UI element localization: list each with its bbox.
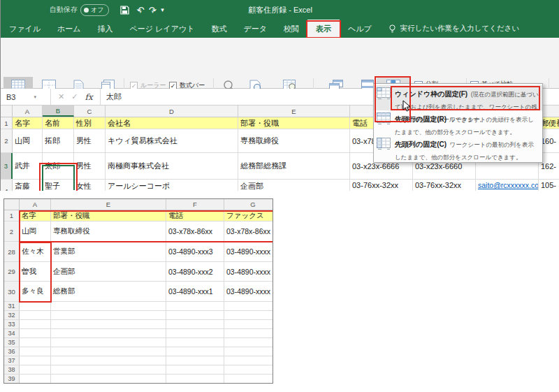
col-header-A[interactable]: A (13, 106, 43, 117)
row-header-3[interactable]: 3 (1, 153, 13, 179)
cell[interactable]: 企画部 (238, 180, 350, 191)
cancel-icon[interactable]: ✕ (58, 92, 64, 101)
cell[interactable]: 03-4890-xxxx (224, 242, 273, 261)
cell[interactable]: アールシーコーポ (106, 180, 238, 191)
tab-home[interactable]: ホーム (49, 20, 89, 38)
col-header-B[interactable]: B (43, 106, 74, 117)
row-header[interactable]: 29 (4, 262, 20, 281)
row-header[interactable]: 37 (4, 356, 20, 365)
tab-data[interactable]: データ (235, 20, 275, 38)
name-box-dropdown-icon[interactable]: ▾ (34, 94, 36, 100)
cell[interactable] (224, 311, 273, 319)
col-header-E[interactable]: E (51, 199, 166, 210)
row-header[interactable]: 30 (4, 282, 20, 301)
cell[interactable] (224, 338, 273, 347)
cell[interactable] (224, 365, 273, 374)
tab-formulas[interactable]: 数式 (203, 20, 235, 38)
tab-review[interactable]: 校閲 (275, 20, 307, 38)
row-header[interactable]: 32 (4, 311, 20, 319)
undo-dropdown-icon[interactable]: ▾ (139, 9, 142, 14)
cell[interactable] (166, 356, 224, 365)
undo-icon[interactable]: ↶▾ (136, 6, 141, 15)
row-header-1[interactable]: 1 (1, 117, 13, 129)
cell[interactable] (224, 302, 273, 310)
cell[interactable]: 山岡 (13, 129, 43, 152)
cell[interactable] (224, 329, 273, 337)
cell[interactable]: 南極商事株式会社 (106, 153, 238, 179)
cell[interactable] (51, 329, 166, 337)
cell[interactable] (20, 356, 51, 365)
cell[interactable]: 105- (539, 180, 559, 191)
cell[interactable]: キウィ貿易株式会社 (106, 129, 238, 152)
tab-help[interactable]: ヘルプ (340, 20, 380, 38)
menu-item-freeze-first-column[interactable]: 先頭列の固定(C) ワークシートの最初の列を表示したままで、他の部分をスクロール… (374, 136, 542, 161)
cell[interactable] (166, 311, 224, 319)
cell[interactable] (51, 365, 166, 374)
cell[interactable]: 拓郎 (43, 129, 74, 152)
cell[interactable]: 専務取締役 (238, 129, 350, 152)
menu-item-freeze-top-row[interactable]: 先頭行の固定(R) ワークシートの先頭行を表示したままで、他の部分をスクロールで… (374, 110, 542, 136)
insert-function-icon[interactable]: fx (85, 92, 92, 102)
row-header[interactable]: 38 (4, 365, 20, 374)
redo-dropdown-icon[interactable]: ▾ (152, 9, 154, 14)
cell[interactable]: 03-76xx-32xx (413, 180, 476, 191)
cell[interactable] (224, 347, 273, 356)
cell[interactable] (166, 375, 224, 383)
col-header-F[interactable]: F (166, 199, 224, 210)
cell[interactable]: 武井 (13, 153, 43, 179)
cell[interactable]: 斎藤 (13, 180, 43, 191)
cell[interactable]: 部署・役職 (238, 117, 350, 129)
cell[interactable] (51, 347, 166, 356)
cell[interactable] (51, 311, 166, 319)
cell[interactable]: 営業部 (51, 242, 166, 261)
select-all-corner[interactable] (4, 199, 20, 210)
cell[interactable] (51, 302, 166, 310)
customize-qat-icon[interactable]: ▾ (161, 7, 164, 13)
cell[interactable] (166, 365, 224, 374)
col-header-A[interactable]: A (20, 199, 51, 210)
tell-me-box[interactable]: 実行したい作業を入力してください (380, 20, 519, 38)
autosave-pill[interactable]: オフ (80, 4, 109, 16)
cell[interactable]: 名字 (13, 117, 43, 129)
cell[interactable] (166, 329, 224, 337)
row-header[interactable]: 39 (4, 375, 20, 383)
row-header[interactable]: 31 (4, 302, 20, 310)
cell[interactable] (224, 320, 273, 328)
cell[interactable]: 名前 (43, 117, 74, 129)
cell[interactable]: 03-4890-xxx1 (166, 282, 224, 301)
cell-email-link[interactable]: saito@rcxxxxxx.com (476, 180, 539, 191)
cell[interactable] (20, 320, 51, 328)
cell[interactable]: 総務部総務課 (238, 153, 350, 179)
row-header[interactable]: 36 (4, 347, 20, 356)
row-header-4[interactable]: 4 (1, 180, 13, 191)
cell[interactable] (166, 347, 224, 356)
col-header-C[interactable]: C (74, 106, 106, 117)
autosave-toggle[interactable]: 自動保存 オフ (50, 4, 109, 16)
select-all-corner[interactable] (1, 106, 13, 117)
cell[interactable] (224, 375, 273, 383)
cell[interactable] (20, 365, 51, 374)
cell[interactable] (224, 356, 273, 365)
cell[interactable]: 03-4890-xxxx (224, 282, 273, 301)
row-header[interactable]: 1 (4, 210, 20, 221)
tab-insert[interactable]: 挿入 (89, 20, 122, 38)
cell[interactable] (166, 320, 224, 328)
cell[interactable] (51, 356, 166, 365)
cell[interactable]: 男性 (74, 129, 106, 152)
cell[interactable] (20, 375, 51, 383)
row-header[interactable]: 2 (4, 222, 20, 241)
cell[interactable] (20, 338, 51, 347)
cell[interactable]: 総務部 (51, 282, 166, 301)
cell[interactable] (20, 311, 51, 319)
cell[interactable]: 03-4890-xxx2 (166, 262, 224, 281)
row-header[interactable]: 34 (4, 329, 20, 337)
menu-item-freeze-panes[interactable]: ウィンドウ枠の固定(F) (現在の選択範囲に基づいて) 行および列を表示したまま… (374, 85, 542, 110)
row-header[interactable]: 33 (4, 320, 20, 328)
col-header-D[interactable]: D (106, 106, 238, 117)
cell[interactable] (20, 329, 51, 337)
name-box[interactable]: B3▾ (1, 89, 51, 105)
col-header-G[interactable]: G (224, 199, 273, 210)
cell[interactable]: 03-4890-xxxx (224, 262, 273, 281)
row-header[interactable]: 35 (4, 338, 20, 347)
col-header-E[interactable]: E (238, 106, 350, 117)
